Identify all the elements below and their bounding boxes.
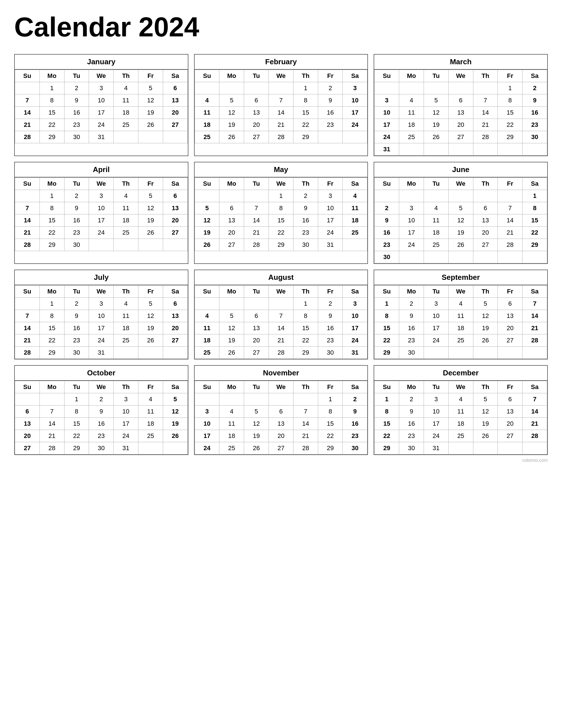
day-header-sa: Sa [522, 381, 547, 393]
calendar-day: 29 [498, 131, 522, 143]
calendar-day: 20 [448, 119, 473, 131]
calendar-day [89, 239, 114, 251]
calendar-day: 30 [343, 442, 367, 454]
calendar-day: 7 [293, 406, 318, 418]
calendar-day [473, 251, 498, 263]
calendar-day: 19 [138, 107, 163, 119]
calendar-day: 11 [195, 322, 219, 334]
calendar-day: 27 [244, 131, 269, 143]
calendar-day: 13 [498, 310, 522, 322]
calendar-day: 5 [424, 94, 448, 107]
calendar-day: 5 [448, 202, 473, 214]
calendar-day [269, 393, 293, 406]
calendar-day: 7 [15, 310, 40, 322]
calendar-day [424, 143, 448, 156]
calendar-day: 29 [293, 131, 318, 143]
month-title-may: May [195, 162, 368, 177]
calendar-day: 16 [343, 418, 367, 430]
calendar-day: 15 [293, 107, 318, 119]
calendar-day: 3 [343, 298, 367, 310]
month-march: MarchSuMoTuWeThFrSa123456789101112131415… [374, 54, 548, 156]
calendar-day: 20 [219, 227, 244, 239]
calendar-day: 11 [343, 202, 367, 214]
calendar-day [399, 82, 424, 94]
calendar-day: 17 [89, 322, 114, 334]
calendar-day: 1 [269, 190, 293, 202]
calendar-day: 6 [219, 202, 244, 214]
calendar-day: 6 [448, 94, 473, 107]
calendar-day: 28 [15, 239, 40, 251]
day-header-sa: Sa [522, 286, 547, 298]
calendar-day: 30 [522, 131, 547, 143]
day-header-tu: Tu [64, 178, 89, 190]
day-header-sa: Sa [343, 286, 367, 298]
calendar-day: 30 [293, 239, 318, 251]
day-header-su: Su [374, 286, 399, 298]
calendar-day: 17 [343, 322, 367, 334]
day-header-tu: Tu [424, 286, 448, 298]
calendar-day: 8 [269, 202, 293, 214]
calendar-day: 27 [498, 334, 522, 347]
day-header-th: Th [293, 70, 318, 82]
calendar-day: 15 [522, 214, 547, 227]
calendar-day: 31 [89, 347, 114, 359]
calendar-day: 10 [424, 406, 448, 418]
calendar-day [269, 82, 293, 94]
calendar-day: 25 [114, 334, 138, 347]
month-january: JanuarySuMoTuWeThFrSa1234567891011121314… [14, 54, 188, 156]
calendar-day: 7 [244, 202, 269, 214]
calendar-day: 28 [15, 347, 40, 359]
calendar-day: 15 [40, 322, 64, 334]
day-header-fr: Fr [318, 381, 343, 393]
calendar-day: 12 [138, 310, 163, 322]
calendar-day: 22 [269, 227, 293, 239]
calendar-day: 10 [195, 418, 219, 430]
calendar-day: 9 [293, 202, 318, 214]
calendar-day: 1 [40, 82, 64, 94]
day-header-th: Th [473, 178, 498, 190]
calendar-day: 20 [15, 430, 40, 442]
calendar-day [163, 239, 188, 251]
calendar-day: 14 [15, 322, 40, 334]
calendar-day: 13 [498, 406, 522, 418]
calendar-day: 23 [318, 334, 343, 347]
calendar-day: 14 [293, 418, 318, 430]
calendar-day: 8 [318, 406, 343, 418]
calendar-day: 8 [40, 94, 64, 107]
day-header-fr: Fr [138, 286, 163, 298]
calendar-day [473, 190, 498, 202]
month-june: JuneSuMoTuWeThFrSa1234567891011121314151… [374, 162, 548, 264]
day-header-tu: Tu [64, 381, 89, 393]
calendar-day: 22 [293, 334, 318, 347]
calendar-day [448, 251, 473, 263]
day-header-tu: Tu [244, 70, 269, 82]
calendar-day [15, 190, 40, 202]
day-header-sa: Sa [522, 70, 547, 82]
calendar-day: 31 [343, 347, 367, 359]
calendar-day: 13 [163, 202, 188, 214]
calendar-day: 28 [15, 131, 40, 143]
calendar-day [399, 143, 424, 156]
calendar-day: 21 [269, 334, 293, 347]
calendar-day: 27 [163, 227, 188, 239]
calendar-day: 18 [448, 418, 473, 430]
calendar-day: 9 [399, 406, 424, 418]
day-header-tu: Tu [244, 381, 269, 393]
calendar-day [114, 239, 138, 251]
calendar-day: 24 [374, 131, 399, 143]
calendar-day: 9 [374, 214, 399, 227]
calendar-day: 11 [195, 107, 219, 119]
calendar-day: 16 [64, 107, 89, 119]
calendar-day: 21 [269, 119, 293, 131]
calendar-day: 31 [318, 239, 343, 251]
calendar-day: 29 [374, 347, 399, 359]
calendar-day [343, 131, 367, 143]
month-october: OctoberSuMoTuWeThFrSa1234567891011121314… [14, 365, 188, 455]
calendar-day: 29 [64, 442, 89, 454]
calendar-day: 3 [343, 82, 367, 94]
calendar-day: 13 [448, 107, 473, 119]
day-header-su: Su [15, 286, 40, 298]
calendar-day: 27 [163, 119, 188, 131]
month-title-august: August [195, 270, 368, 285]
calendar-day: 2 [64, 190, 89, 202]
